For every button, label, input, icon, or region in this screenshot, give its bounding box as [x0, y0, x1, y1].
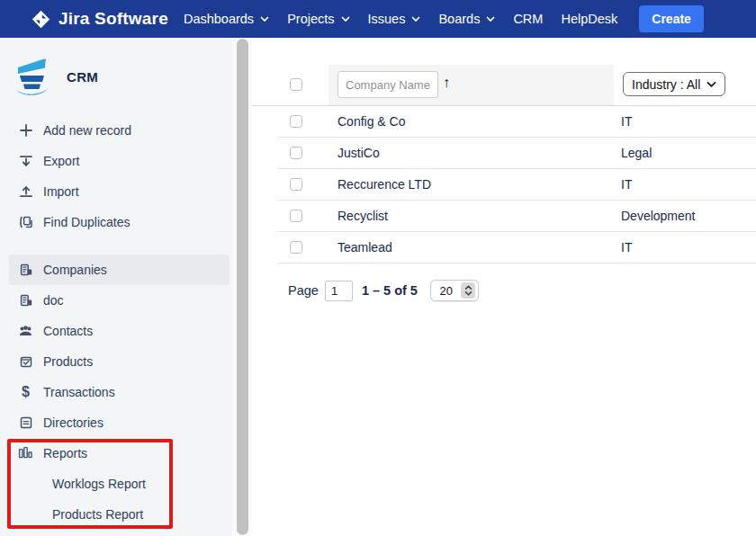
sidebar-section-divider	[0, 237, 232, 255]
import-icon	[18, 184, 33, 199]
sidebar-item-reports[interactable]: Reports	[9, 438, 230, 469]
table-row[interactable]: Config & Co IT	[277, 106, 756, 138]
duplicates-icon	[18, 215, 33, 229]
row-checkbox[interactable]	[290, 178, 302, 191]
industry-cell: Development	[621, 209, 696, 223]
industry-cell: IT	[621, 114, 632, 129]
contacts-icon	[18, 324, 33, 338]
row-checkbox[interactable]	[290, 147, 302, 159]
create-button[interactable]: Create	[639, 5, 704, 32]
bar-chart-icon	[18, 446, 33, 460]
sidebar-item-import[interactable]: Import	[9, 176, 230, 207]
table-row[interactable]: Reccurence LTD IT	[277, 169, 756, 201]
sidebar-item-directories[interactable]: Directories	[9, 407, 230, 438]
sidebar-item-find-duplicates[interactable]: Find Duplicates	[9, 207, 230, 237]
table-row[interactable]: Teamlead IT	[277, 232, 756, 264]
chevron-down-icon	[341, 16, 350, 22]
company-name-cell: JustiCo	[338, 146, 380, 160]
jira-crm-app: Jira Software Dashboards Projects Issues…	[0, 0, 756, 536]
sidebar-item-add-new-record[interactable]: Add new record	[9, 115, 230, 146]
nav-projects[interactable]: Projects	[287, 12, 349, 26]
dollar-icon: $	[18, 385, 33, 399]
chevron-down-icon	[260, 16, 269, 22]
crm-logo	[14, 56, 50, 97]
table-body: Config & Co IT JustiCo Legal Reccurence …	[277, 106, 756, 264]
company-name-cell: Teamlead	[338, 240, 392, 255]
sidebar-item-transactions[interactable]: $ Transactions	[9, 377, 230, 407]
app-title: CRM	[67, 69, 98, 85]
sidebar-item-doc[interactable]: doc	[9, 285, 230, 316]
company-name-filter-input[interactable]	[338, 71, 438, 98]
nav-boards[interactable]: Boards	[438, 12, 495, 26]
row-checkbox[interactable]	[290, 241, 302, 254]
page-size-select[interactable]: 20	[430, 280, 479, 301]
company-icon	[18, 293, 33, 308]
sidebar-item-contacts[interactable]: Contacts	[9, 316, 230, 346]
company-name-cell: Reccurence LTD	[338, 177, 431, 192]
industry-cell: IT	[621, 177, 632, 192]
industry-filter-dropdown[interactable]: Industry : All	[623, 72, 725, 96]
row-checkbox[interactable]	[290, 115, 302, 128]
row-checkbox[interactable]	[290, 210, 302, 222]
row-range-text: 1 – 5 of 5	[362, 283, 418, 298]
page-number-input[interactable]	[325, 281, 353, 301]
sidebar-scrollbar-thumb[interactable]	[237, 39, 248, 535]
crm-app-header: CRM	[0, 38, 232, 115]
jira-logo-icon	[32, 10, 50, 29]
nav-crm[interactable]: CRM	[513, 12, 543, 26]
plus-icon	[18, 123, 33, 138]
top-navbar: Jira Software Dashboards Projects Issues…	[0, 0, 756, 38]
chevron-down-icon	[411, 16, 420, 22]
brand-title: Jira Software	[58, 9, 168, 29]
sidebar-item-worklogs-report[interactable]: Worklogs Report	[9, 469, 230, 499]
industry-cell: IT	[621, 240, 632, 255]
sort-ascending-icon[interactable]: ↑	[443, 75, 450, 91]
page-label: Page	[288, 283, 319, 298]
sidebar-item-export[interactable]: Export	[9, 146, 230, 176]
pagination-bar: Page 1 – 5 of 5 20	[288, 279, 479, 302]
table-row[interactable]: JustiCo Legal	[277, 138, 756, 169]
nav-issues[interactable]: Issues	[368, 12, 421, 26]
sidebar-item-products[interactable]: Products	[9, 346, 230, 377]
industry-cell: Legal	[621, 146, 652, 160]
table-row[interactable]: Recyclist Development	[277, 201, 756, 232]
nav-helpdesk[interactable]: HelpDesk	[561, 12, 617, 26]
directories-icon	[18, 415, 33, 430]
products-icon	[18, 354, 33, 369]
nav-dashboards[interactable]: Dashboards	[184, 12, 269, 26]
select-all-checkbox[interactable]	[290, 78, 302, 91]
crm-sidebar: CRM Add new record Export Import	[0, 38, 232, 536]
company-name-cell: Config & Co	[338, 114, 405, 129]
export-icon	[18, 154, 33, 168]
companies-table: ↑ Industry : All Config & Co IT JustiCo …	[252, 38, 756, 536]
chevron-down-icon	[486, 16, 495, 22]
navbar-menu: Dashboards Projects Issues Boards CRM He…	[184, 12, 617, 26]
sidebar-item-companies[interactable]: Companies	[9, 255, 230, 285]
jira-brand[interactable]: Jira Software	[32, 9, 168, 29]
sidebar-scrollbar-track[interactable]	[232, 38, 252, 536]
chevron-down-icon	[706, 81, 716, 88]
sidebar-item-products-report[interactable]: Products Report	[9, 499, 230, 530]
stepper-icon	[461, 282, 475, 299]
company-icon	[18, 263, 33, 277]
company-name-cell: Recyclist	[338, 209, 388, 223]
